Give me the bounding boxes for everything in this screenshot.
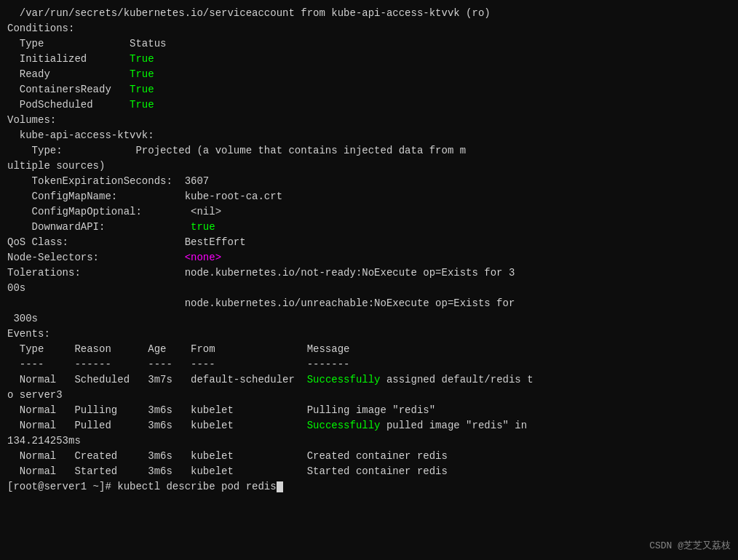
terminal-line-line24: Type Reason Age From Message [7, 342, 731, 357]
terminal-line-line13: ConfigMapName: kube-root-ca.crt [7, 189, 731, 204]
terminal-text: Normal Created 3m6s kubelet Created cont… [7, 450, 448, 462]
terminal-line-line25: ---- ------ ---- ---- ------- [7, 357, 731, 372]
terminal-line-line22: 300s [7, 311, 731, 327]
terminal-text: Normal Pulled 3m6s kubelet [7, 420, 307, 431]
terminal-text: pulled image "redis" in [381, 420, 528, 431]
terminal-line-line10: Type: Projected (a volume that contains … [7, 143, 731, 159]
terminal-text: ContainersReady [7, 84, 130, 95]
terminal-line-line21: node.kubernetes.io/unreachable:NoExecute… [7, 296, 731, 311]
terminal-line-line19: 00s [7, 281, 731, 296]
terminal-line-line2: Conditions: [7, 21, 731, 36]
terminal-line-line16: QoS Class: BestEffort [7, 235, 731, 250]
terminal-text: ---- ------ ---- ---- ------- [7, 359, 349, 370]
terminal-text: Successfully [307, 374, 381, 385]
terminal-line-line6: ContainersReady True [7, 82, 731, 97]
terminal-text: 134.214253ms [7, 435, 81, 447]
terminal-content: /var/run/secrets/kubernetes.io/serviceac… [7, 6, 731, 495]
terminal-text: Events: [7, 328, 50, 340]
terminal-cursor [277, 481, 283, 492]
terminal-text: 300s [7, 313, 38, 324]
watermark: CSDN @芝芝又荔枝 [649, 539, 731, 553]
terminal-text: Node-Selectors: [7, 252, 185, 263]
terminal-line-line11: ultiple sources) [7, 159, 731, 174]
terminal-text: node.kubernetes.io/unreachable:NoExecute… [7, 297, 515, 309]
terminal-line-line15: DownwardAPI: true [7, 220, 731, 235]
terminal-line-line33: [root@server1 ~]# kubectl describe pod r… [7, 479, 731, 495]
terminal-line-line9: kube-api-access-ktvvk: [7, 128, 731, 143]
terminal-text: kube-api-access-ktvvk: [7, 129, 154, 141]
terminal-line-line14: ConfigMapOptional: <nil> [7, 204, 731, 220]
terminal-line-line31: Normal Created 3m6s kubelet Created cont… [7, 449, 731, 464]
terminal-text: true [191, 221, 215, 233]
terminal-text: True [130, 68, 154, 80]
terminal-text: ConfigMapOptional: <nil> [7, 206, 221, 217]
terminal-text: Volumes: [7, 114, 56, 126]
terminal-text: <none> [185, 252, 221, 263]
terminal-line-line18: Tolerations: node.kubernetes.io/not-read… [7, 265, 731, 281]
terminal-line-line28: Normal Pulling 3m6s kubelet Pulling imag… [7, 403, 731, 418]
terminal-line-line26: Normal Scheduled 3m7s default-scheduler … [7, 372, 731, 388]
terminal-text: Conditions: [7, 23, 74, 34]
terminal-line-line29: Normal Pulled 3m6s kubelet Successfully … [7, 418, 731, 433]
terminal-text: Type Status [7, 38, 166, 49]
terminal-text: Successfully [307, 420, 381, 431]
terminal-text: ultiple sources) [7, 160, 105, 172]
terminal-text: Type Reason Age From Message [7, 343, 349, 355]
terminal-line-line23: Events: [7, 327, 731, 342]
terminal-text: Normal Scheduled 3m7s default-scheduler [7, 374, 307, 385]
terminal-text: o server3 [7, 389, 63, 401]
terminal-text: PodScheduled [7, 99, 130, 111]
terminal-line-line8: Volumes: [7, 113, 731, 128]
terminal-line-line30: 134.214253ms [7, 433, 731, 449]
terminal-text: Initialized [7, 53, 130, 65]
terminal-text: DownwardAPI: [7, 221, 191, 233]
terminal-line-line12: TokenExpirationSeconds: 3607 [7, 174, 731, 189]
terminal-line-line3: Type Status [7, 36, 731, 52]
terminal-line-line32: Normal Started 3m6s kubelet Started cont… [7, 464, 731, 479]
terminal-text: 00s [7, 282, 25, 294]
terminal-text: True [130, 99, 154, 111]
terminal-line-line5: Ready True [7, 67, 731, 82]
terminal[interactable]: /var/run/secrets/kubernetes.io/serviceac… [0, 0, 738, 560]
terminal-text: Tolerations: node.kubernetes.io/not-read… [7, 267, 515, 279]
terminal-text: Normal Started 3m6s kubelet Started cont… [7, 465, 448, 477]
terminal-line-line17: Node-Selectors: <none> [7, 250, 731, 265]
terminal-line-line27: o server3 [7, 388, 731, 403]
terminal-text: Normal Pulling 3m6s kubelet Pulling imag… [7, 404, 435, 416]
terminal-text: ConfigMapName: kube-root-ca.crt [7, 191, 282, 202]
terminal-text: TokenExpirationSeconds: 3607 [7, 175, 209, 187]
terminal-text: Type: Projected (a volume that contains … [7, 145, 466, 156]
terminal-text: Ready [7, 68, 130, 80]
terminal-text: assigned default/redis t [381, 374, 533, 385]
terminal-text: True [130, 53, 154, 65]
terminal-text: QoS Class: BestEffort [7, 236, 246, 248]
terminal-line-line7: PodScheduled True [7, 97, 731, 113]
terminal-text: True [130, 84, 154, 95]
terminal-line-line1: /var/run/secrets/kubernetes.io/serviceac… [7, 6, 731, 21]
terminal-text: [root@server1 ~]# kubectl describe pod r… [7, 481, 277, 492]
terminal-text: /var/run/secrets/kubernetes.io/serviceac… [7, 7, 491, 19]
terminal-line-line4: Initialized True [7, 52, 731, 67]
